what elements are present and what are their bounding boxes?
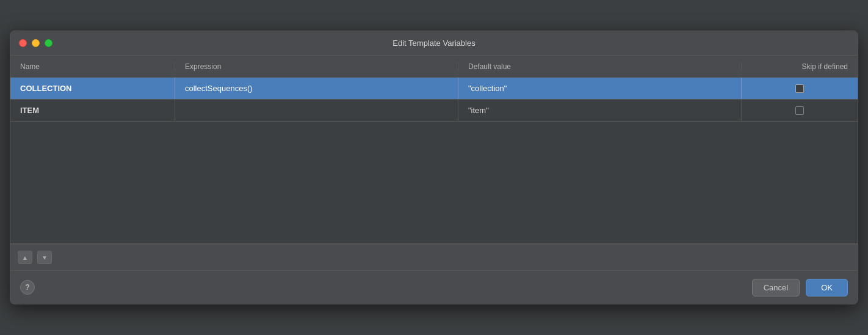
table-row[interactable]: COLLECTION collectSequences() "collectio… bbox=[10, 78, 858, 100]
cell-name-2: ITEM bbox=[10, 100, 175, 121]
help-button[interactable]: ? bbox=[20, 280, 35, 295]
maximize-button[interactable] bbox=[45, 39, 52, 47]
table-header: Name Expression Default value Skip if de… bbox=[10, 56, 858, 78]
move-down-button[interactable]: ▼ bbox=[37, 251, 52, 264]
col-header-name: Name bbox=[10, 62, 175, 71]
cell-expression-1: collectSequences() bbox=[175, 78, 458, 99]
col-header-skip: Skip if defined bbox=[742, 62, 858, 71]
bottom-bar: ? Cancel OK bbox=[10, 271, 858, 304]
cell-skip-2[interactable] bbox=[742, 100, 858, 121]
dialog-title: Edit Template Variables bbox=[392, 39, 475, 48]
title-bar: Edit Template Variables bbox=[10, 31, 858, 56]
cell-expression-2 bbox=[175, 100, 458, 121]
cell-skip-1[interactable] bbox=[742, 78, 858, 99]
skip-checkbox-2[interactable] bbox=[795, 106, 804, 115]
col-header-default-value: Default value bbox=[458, 62, 742, 71]
cell-default-2: "item" bbox=[458, 100, 742, 121]
table-empty-area bbox=[10, 122, 858, 244]
minimize-button[interactable] bbox=[32, 39, 40, 47]
action-buttons: Cancel OK bbox=[752, 279, 848, 296]
skip-checkbox-1[interactable] bbox=[795, 84, 804, 93]
table-body: COLLECTION collectSequences() "collectio… bbox=[10, 78, 858, 122]
edit-template-variables-dialog: Edit Template Variables Name Expression … bbox=[10, 31, 858, 304]
reorder-toolbar: ▲ ▼ bbox=[10, 244, 858, 271]
ok-button[interactable]: OK bbox=[806, 279, 848, 296]
window-controls bbox=[19, 39, 52, 47]
variables-table: Name Expression Default value Skip if de… bbox=[10, 56, 858, 244]
move-up-button[interactable]: ▲ bbox=[18, 251, 32, 264]
cancel-button[interactable]: Cancel bbox=[752, 279, 800, 296]
cell-default-1: "collection" bbox=[458, 78, 742, 99]
close-button[interactable] bbox=[19, 39, 27, 47]
col-header-expression: Expression bbox=[175, 62, 458, 71]
table-row[interactable]: ITEM "item" bbox=[10, 100, 858, 122]
cell-name-1: COLLECTION bbox=[10, 78, 175, 99]
